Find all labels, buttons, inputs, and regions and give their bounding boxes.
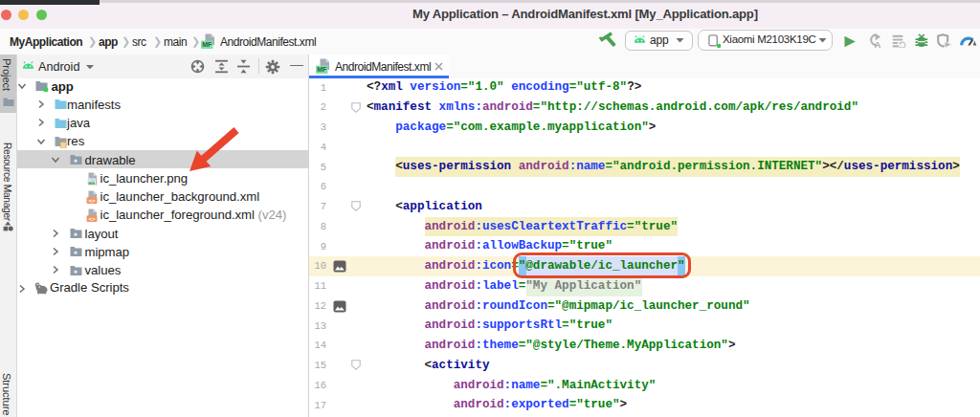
- svg-text:A: A: [875, 39, 881, 49]
- svg-text:<>: <>: [88, 215, 96, 222]
- svg-text:<>: <>: [88, 197, 96, 204]
- svg-text:MF: MF: [317, 66, 327, 73]
- svg-text:MF: MF: [202, 41, 212, 48]
